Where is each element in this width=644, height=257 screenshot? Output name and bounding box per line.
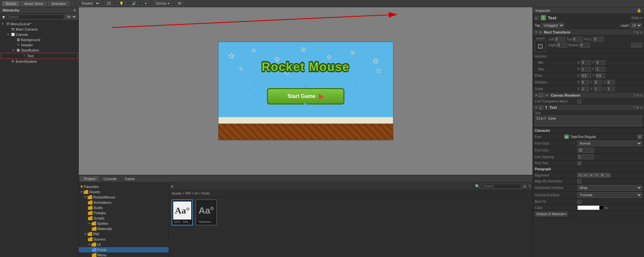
v-overflow-select[interactable]: Truncate [577, 192, 642, 198]
cr-info-icon[interactable]: ? [634, 94, 635, 97]
sidebar-scripts[interactable]: Scripts [79, 216, 169, 221]
tab-console[interactable]: Console [99, 176, 121, 181]
pivot-x-input[interactable] [581, 73, 591, 78]
rect-menu-icon[interactable]: ≡ [640, 31, 642, 34]
rect-info-icon[interactable]: ? [634, 31, 635, 34]
max-x-input[interactable] [581, 67, 591, 72]
sidebar-animations[interactable]: Animations [79, 200, 169, 205]
lighting-btn[interactable]: 💡 [117, 1, 126, 6]
scene-viewport[interactable]: ✿ ❀ ✿ ❀ ✿ ❀ ✿ ❀ ✿ ❀ ✿ Rocket Mouse Start… [79, 7, 532, 175]
align-left-btn[interactable]: ≡ [577, 173, 583, 177]
object-active-checkbox[interactable] [535, 16, 539, 20]
right-input[interactable] [557, 43, 567, 48]
sidebar-rocketmouse[interactable]: ▼ RocketMouse [79, 195, 169, 200]
font-item-dcc[interactable]: Aa° DCC - Dre... [172, 199, 193, 225]
sidebar-scenes[interactable]: Scenes [79, 237, 169, 242]
align-geometry-checkbox[interactable] [577, 179, 581, 183]
align-right-btn[interactable]: ≡ [589, 173, 594, 177]
rot-x-input[interactable] [581, 80, 589, 85]
layer-select[interactable]: UI [630, 23, 642, 28]
font-style-select[interactable]: Normal [577, 141, 642, 146]
start-btn[interactable]: Start Game ▶ [267, 88, 344, 105]
tag-select[interactable]: Untagged [541, 23, 564, 28]
fx-btn[interactable]: ✦ [142, 1, 149, 6]
tree-item-eventsystem[interactable]: ⚙ EventSystem [0, 59, 78, 64]
align-middle-btn[interactable]: ↕ [605, 173, 611, 177]
default-ui-material-btn[interactable]: Default UI Material ▾ [535, 212, 568, 217]
min-y-input[interactable] [595, 60, 605, 65]
rich-text-checkbox[interactable]: ✓ [577, 161, 581, 165]
hierarchy-search[interactable] [7, 14, 64, 19]
asset-store-tab-btn[interactable]: Asset Store [21, 1, 47, 6]
rect-settings-icon[interactable]: ⚙ [636, 31, 639, 34]
audio-btn[interactable]: 🔊 [130, 1, 138, 6]
scene-tab-btn[interactable]: Scene [2, 1, 19, 6]
side-btn-1[interactable]: ... [631, 43, 636, 48]
posz-input[interactable] [593, 37, 604, 42]
cr-menu-icon[interactable]: ≡ [640, 94, 642, 97]
tree-item-canvas[interactable]: ▼ ⬜ Canvas [0, 32, 78, 37]
create-icon[interactable]: ▼ [1, 14, 6, 20]
bottom-input[interactable] [580, 43, 590, 48]
font-size-input[interactable] [577, 148, 594, 153]
project-search-input[interactable] [482, 184, 521, 189]
sidebar-prefabs[interactable]: Prefabs [79, 210, 169, 216]
best-fit-checkbox[interactable] [577, 200, 581, 204]
color-pick-icon[interactable]: ⊙ [605, 206, 608, 210]
side-btn-2[interactable]: ... [637, 43, 642, 48]
scale-z-input[interactable] [607, 86, 615, 91]
color-swatch[interactable] [577, 205, 604, 210]
tc-info-icon[interactable]: ? [634, 106, 635, 109]
cr-settings-icon[interactable]: ⚙ [636, 94, 639, 97]
min-x-input[interactable] [581, 60, 591, 65]
shading-select[interactable]: Shaded [78, 1, 100, 6]
gizmos-btn[interactable]: Gizmos ▾ [153, 1, 172, 6]
sidebar-fonts[interactable]: Fonts [79, 247, 169, 252]
sidebar-rw[interactable]: ▼ RW [79, 231, 169, 237]
left-input[interactable] [555, 37, 565, 42]
cull-transparent-checkbox[interactable] [577, 100, 581, 104]
hierarchy-filter[interactable]: All [65, 14, 77, 20]
rot-y-input[interactable] [594, 80, 602, 85]
sidebar-audio[interactable]: Audio [79, 205, 169, 210]
sidebar-menu[interactable]: Menu [79, 252, 169, 257]
font-pick-btn[interactable]: ⊙ [637, 134, 642, 139]
hierarchy-menu-icon[interactable]: ≡ [74, 8, 76, 12]
pivot-y-input[interactable] [595, 73, 605, 78]
search-icon[interactable]: 🔍 [475, 184, 480, 189]
tc-menu-icon[interactable]: ≡ [640, 106, 642, 109]
font-item-titan[interactable]: Aa° TitanOne-... [196, 199, 217, 225]
filter-icon[interactable]: ⊞ [523, 184, 527, 189]
tree-item-startbutton[interactable]: ▼ 🔘 StartButton [0, 48, 78, 53]
2d-btn[interactable]: 2D [104, 1, 113, 6]
align-justify-btn[interactable]: ≡ [594, 173, 599, 177]
tree-item-text[interactable]: T Text [1, 53, 78, 59]
inspector-lock-icon[interactable]: 🔒 [637, 8, 641, 12]
stretch-box[interactable] [535, 41, 546, 52]
h-overflow-select[interactable]: Wrap [577, 185, 642, 191]
tree-item-menuscene[interactable]: ▼ 🎬 MenuScene* [0, 21, 78, 27]
tc-settings-icon[interactable]: ⚙ [636, 106, 639, 109]
sidebar-materials[interactable]: Materials [79, 226, 169, 231]
sidebar-ui[interactable]: ▼ UI [79, 242, 169, 247]
tree-item-main-camera[interactable]: 📷 Main Camera [0, 27, 78, 32]
tree-item-header[interactable]: T Header [0, 42, 78, 48]
rot-z-input[interactable] [607, 80, 615, 85]
text-component-checkbox[interactable] [539, 105, 543, 109]
align-top-btn[interactable]: ⬆ [600, 173, 605, 177]
sidebar-favorites[interactable]: ★ Favorites [79, 184, 169, 189]
text-value-textarea[interactable]: Start Game [535, 116, 642, 126]
create-button[interactable]: + [171, 184, 174, 189]
tab-game[interactable]: Game [121, 176, 139, 181]
align-center-btn[interactable]: ≡ [583, 173, 588, 177]
canvas-renderer-checkbox[interactable] [539, 93, 543, 97]
sidebar-sprites[interactable]: ▼ Sprites [79, 221, 169, 226]
line-spacing-input[interactable] [577, 154, 594, 159]
max-y-input[interactable] [595, 67, 605, 72]
animator-tab-btn[interactable]: Animator [48, 1, 70, 6]
tree-item-background[interactable]: 🖼 Background [0, 37, 78, 42]
scale-y-input[interactable] [594, 86, 602, 91]
sidebar-assets[interactable]: ▼ Assets [79, 189, 169, 195]
tab-project[interactable]: Project [80, 176, 99, 181]
top-input[interactable] [572, 37, 583, 42]
